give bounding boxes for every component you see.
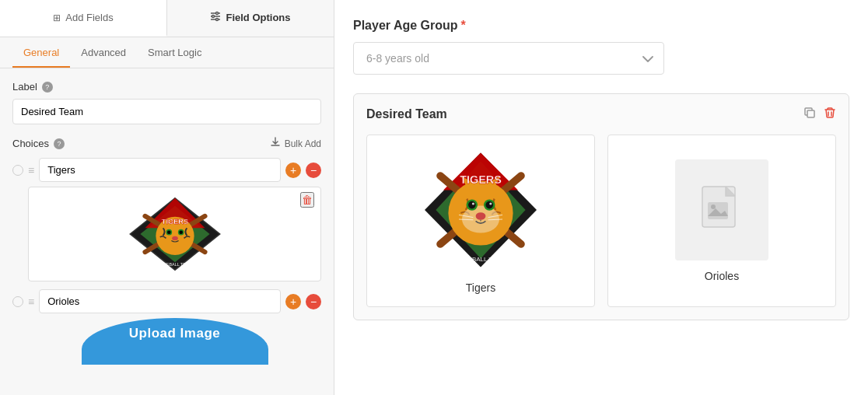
svg-point-3 (216, 12, 219, 15)
right-panel: Player Age Group * 6-8 years old 9-11 ye… (334, 0, 868, 395)
sub-tabs: General Advanced Smart Logic (0, 37, 334, 68)
left-panel: ⊞ Add Fields Field Options General Advan… (0, 0, 334, 395)
desired-team-title: Desired Team (366, 107, 447, 121)
svg-point-35 (476, 212, 486, 220)
choices-header: Choices ? Bulk Add (12, 137, 321, 150)
choice-remove-button-tigers[interactable]: − (306, 163, 321, 178)
svg-point-33 (472, 202, 474, 204)
svg-point-16 (172, 236, 178, 240)
choice-radio-tigers[interactable] (12, 165, 23, 176)
choice-input-orioles[interactable] (39, 289, 281, 313)
team-card-tigers: TIGERS BASEBALL TEAM Tigers (366, 135, 595, 307)
svg-point-31 (468, 201, 476, 209)
svg-point-5 (216, 19, 219, 21)
required-star: * (461, 19, 466, 33)
drag-handle-tigers[interactable]: ≡ (28, 164, 34, 177)
choice-add-button-tigers[interactable]: + (285, 163, 301, 178)
svg-rect-19 (807, 110, 814, 117)
choice-item-orioles: ≡ + − (12, 289, 321, 313)
add-fields-icon: ⊞ (53, 12, 61, 23)
label-input[interactable] (12, 99, 321, 124)
sub-tab-smart-logic[interactable]: Smart Logic (137, 37, 212, 68)
tab-field-options[interactable]: Field Options (167, 0, 334, 37)
choice-add-button-orioles[interactable]: + (285, 294, 301, 309)
tabs-header: ⊞ Add Fields Field Options (0, 0, 334, 37)
tigers-image-preview: 🗑 (28, 187, 321, 281)
orioles-image-placeholder (675, 159, 768, 260)
sub-tab-general[interactable]: General (12, 37, 70, 68)
choice-radio-orioles[interactable] (12, 296, 23, 307)
bulk-add-icon (270, 137, 281, 150)
team-cards: TIGERS BASEBALL TEAM Tigers (366, 135, 836, 307)
team-copy-button[interactable] (803, 107, 816, 122)
age-group-dropdown[interactable]: 6-8 years old 9-11 years old 12-14 years… (353, 42, 664, 75)
tigers-card-name: Tigers (466, 281, 495, 294)
desired-team-header: Desired Team (366, 107, 836, 122)
label-help-icon[interactable]: ? (42, 82, 53, 93)
tigers-image-delete-button[interactable]: 🗑 (300, 192, 314, 208)
age-group-dropdown-wrapper: 6-8 years old 9-11 years old 12-14 years… (353, 42, 664, 75)
label-row: Label ? (12, 81, 321, 93)
player-age-group-label: Player Age Group * (353, 19, 849, 33)
svg-text:BASEBALL TEAM: BASEBALL TEAM (158, 262, 192, 267)
svg-point-14 (167, 230, 171, 234)
svg-point-15 (179, 230, 183, 234)
team-card-orioles: Orioles (607, 135, 836, 307)
team-delete-button[interactable] (824, 107, 836, 122)
choices-help-icon[interactable]: ? (54, 138, 65, 149)
svg-point-44 (711, 204, 716, 209)
bulk-add-button[interactable]: Bulk Add (270, 137, 321, 150)
upload-area: Upload Image (28, 318, 321, 365)
desired-team-section: Desired Team (353, 93, 849, 320)
svg-text:TIGERS: TIGERS (161, 218, 187, 225)
field-options-icon (210, 11, 221, 24)
team-actions (803, 107, 836, 122)
tigers-card-image: TIGERS BASEBALL TEAM (418, 148, 543, 272)
svg-point-4 (212, 16, 215, 18)
label-text: Label (12, 81, 37, 93)
svg-text:TIGERS: TIGERS (460, 173, 502, 186)
orioles-card-name: Orioles (705, 270, 739, 282)
choice-item-tigers: ≡ + − (12, 158, 321, 182)
choices-label-text: Choices (12, 138, 49, 149)
sub-tab-advanced[interactable]: Advanced (70, 37, 137, 68)
svg-point-32 (485, 201, 493, 209)
field-content: Label ? Choices ? Bulk Add ≡ (0, 68, 334, 395)
choice-input-tigers[interactable] (39, 158, 281, 182)
svg-point-34 (489, 202, 492, 204)
svg-text:BASEBALL TEAM: BASEBALL TEAM (456, 256, 506, 263)
upload-image-button[interactable]: Upload Image (82, 318, 268, 365)
drag-handle-orioles[interactable]: ≡ (28, 295, 34, 308)
tab-add-fields[interactable]: ⊞ Add Fields (0, 0, 167, 37)
choice-remove-button-orioles[interactable]: − (306, 294, 321, 309)
